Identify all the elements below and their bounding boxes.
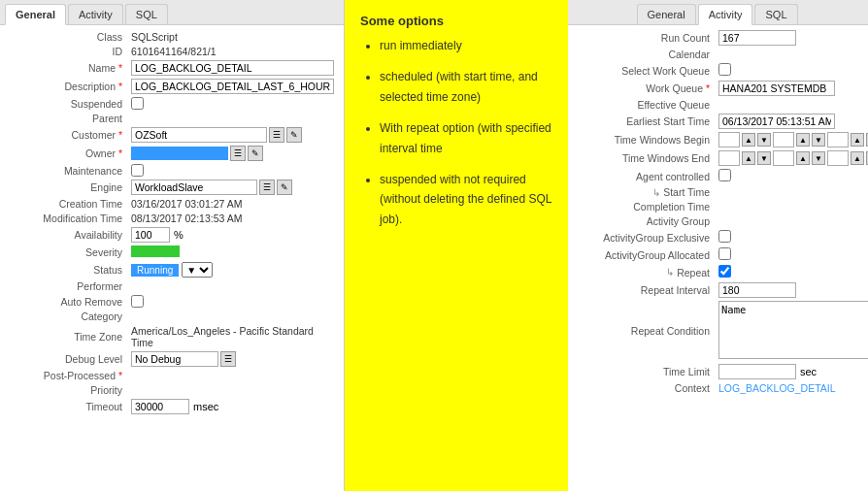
time-zone-value: America/Los_Angeles - Pacific Standard T… [131, 325, 334, 348]
tab-general-right[interactable]: General [637, 4, 696, 24]
status-row: Running ▼ [131, 262, 334, 278]
activity-group-exclusive-checkbox[interactable] [718, 230, 731, 243]
timeout-label: Timeout [10, 401, 126, 412]
name-label: Name [10, 62, 126, 74]
customer-label: Customer [10, 129, 126, 141]
activity-group-label: Activity Group [578, 215, 714, 227]
engine-browse-icon[interactable]: ☰ [259, 180, 275, 195]
timeout-unit: msec [193, 401, 218, 412]
repeat-condition-textarea[interactable]: Name [718, 301, 868, 359]
repeat-condition-label: Repeat Condition [578, 325, 714, 337]
availability-unit: % [174, 229, 184, 241]
debug-level-row: ☰ [131, 351, 334, 367]
right-tab-bar: General Activity SQL [568, 0, 868, 25]
category-label: Category [10, 311, 126, 322]
maintenance-row [131, 164, 334, 177]
maintenance-checkbox[interactable] [131, 164, 144, 177]
middle-list: run immediately scheduled (with start ti… [360, 36, 552, 229]
tw-begin-h[interactable] [718, 132, 740, 147]
time-windows-begin-row: ▲ ▼ ▲ ▼ ▲ ▼ 🕐 [718, 132, 868, 147]
right-panel: General Activity SQL Run Count Calendar … [568, 0, 868, 491]
tab-activity-right[interactable]: Activity [698, 4, 753, 25]
customer-input[interactable] [131, 127, 267, 143]
engine-edit-icon[interactable]: ✎ [277, 180, 292, 195]
auto-remove-row [131, 295, 334, 308]
tw-end-up[interactable]: ▲ [742, 151, 755, 165]
tw-end-m[interactable] [773, 150, 794, 166]
modification-time-value: 08/13/2017 02:13:53 AM [131, 213, 334, 224]
tab-activity-left[interactable]: Activity [68, 4, 123, 24]
priority-label: Priority [10, 384, 126, 396]
tw-begin-up3[interactable]: ▲ [851, 133, 864, 147]
left-panel: General Activity SQL Class SQLScript ID … [0, 0, 345, 491]
run-count-input[interactable] [718, 30, 796, 46]
id-value: 6101641164/821/1 [131, 46, 334, 57]
availability-row: % [131, 227, 334, 243]
name-input[interactable] [131, 60, 334, 76]
activity-group-exclusive-row [718, 230, 868, 245]
work-queue-input[interactable] [718, 81, 835, 96]
owner-label: Owner [10, 147, 126, 159]
tab-sql-left[interactable]: SQL [125, 4, 168, 24]
left-form: Class SQLScript ID 6101641164/821/1 Name… [0, 25, 344, 420]
tw-begin-down2[interactable]: ▼ [812, 133, 825, 147]
tab-sql-right[interactable]: SQL [754, 4, 797, 24]
repeat-label: Repeat [677, 267, 710, 278]
repeat-row [718, 265, 868, 279]
status-badge: Running [131, 264, 179, 277]
creation-time-label: Creation Time [10, 198, 126, 210]
time-limit-row: sec [718, 364, 868, 379]
start-time-arrow-label: ↳ Start Time [578, 186, 714, 198]
availability-input[interactable] [131, 227, 170, 243]
post-processed-label: Post-Processed [10, 370, 126, 381]
tw-begin-s[interactable] [827, 132, 849, 147]
activity-group-allocated-checkbox[interactable] [718, 247, 731, 260]
repeat-arrow: ↳ [666, 267, 674, 278]
timeout-row: msec [131, 399, 334, 414]
repeat-checkbox[interactable] [718, 265, 731, 278]
timeout-input[interactable] [131, 399, 189, 414]
time-limit-label: Time Limit [578, 366, 714, 377]
customer-edit-icon[interactable]: ✎ [286, 127, 302, 143]
tab-general-left[interactable]: General [5, 4, 66, 25]
select-work-queue-row [718, 63, 868, 78]
debug-level-icon[interactable]: ☰ [220, 351, 236, 367]
tw-end-s[interactable] [827, 150, 849, 166]
owner-browse-icon[interactable]: ☰ [230, 146, 246, 161]
tw-end-up2[interactable]: ▲ [796, 151, 810, 165]
tw-begin-up2[interactable]: ▲ [796, 133, 810, 147]
time-limit-input[interactable] [718, 364, 796, 379]
time-zone-label: Time Zone [10, 331, 126, 343]
tw-begin-m[interactable] [773, 132, 794, 147]
time-windows-end-label: Time Windows End [578, 152, 714, 164]
owner-edit-icon[interactable]: ✎ [248, 146, 263, 161]
customer-browse-icon[interactable]: ☰ [269, 127, 284, 143]
agent-controlled-checkbox[interactable] [718, 169, 731, 181]
select-work-queue-label: Select Work Queue [578, 65, 714, 77]
tw-end-h[interactable] [718, 150, 740, 166]
time-limit-unit: sec [800, 366, 817, 377]
list-item: suspended with not required (without del… [380, 170, 552, 229]
tw-end-down2[interactable]: ▼ [812, 151, 825, 165]
id-label: ID [10, 46, 126, 57]
modification-time-label: Modification Time [10, 213, 126, 224]
tw-end-down[interactable]: ▼ [757, 151, 771, 165]
run-count-row [718, 30, 868, 46]
tw-begin-up[interactable]: ▲ [742, 133, 755, 147]
select-work-queue-checkbox[interactable] [718, 63, 731, 76]
context-label: Context [578, 382, 714, 394]
auto-remove-checkbox[interactable] [131, 295, 144, 308]
suspended-label: Suspended [10, 98, 126, 110]
suspended-checkbox[interactable] [131, 97, 144, 110]
list-item: scheduled (with start time, and selected… [380, 67, 552, 107]
engine-input[interactable] [131, 180, 257, 195]
earliest-start-input[interactable] [718, 114, 835, 129]
context-value: LOG_BACKLOG_DETAIL [718, 382, 868, 394]
repeat-interval-input[interactable] [718, 282, 796, 298]
effective-queue-label: Effective Queue [578, 99, 714, 111]
debug-level-input[interactable] [131, 351, 218, 367]
description-input[interactable] [131, 79, 334, 94]
tw-end-up3[interactable]: ▲ [851, 151, 864, 165]
status-select[interactable]: ▼ [182, 262, 213, 278]
tw-begin-down[interactable]: ▼ [757, 133, 771, 147]
